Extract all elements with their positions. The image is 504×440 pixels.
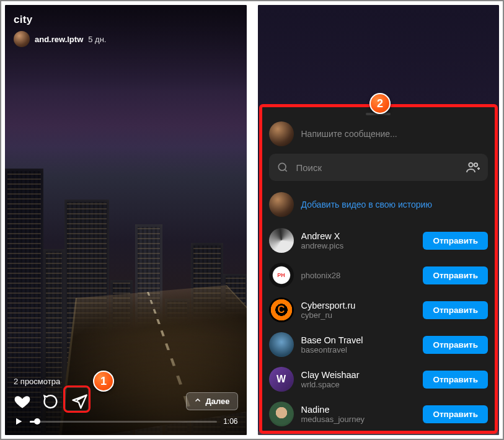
search-bar[interactable]: Поиск: [269, 154, 489, 181]
avatar[interactable]: [269, 332, 294, 357]
video-title: city: [14, 14, 106, 26]
send-button[interactable]: Отправить: [423, 405, 488, 423]
send-button[interactable]: Отправить: [423, 266, 488, 284]
send-button[interactable]: Отправить: [423, 336, 488, 354]
list-item: Base On Travel baseontravel Отправить: [269, 327, 489, 362]
list-item: КОНКУРСЫ ★ РОЗЫГРЫШИ … Отправить: [269, 431, 489, 433]
avatar[interactable]: [269, 228, 294, 253]
self-avatar: [269, 121, 294, 146]
duration: 1:06: [223, 417, 237, 426]
igtv-panel: city and.rew.lptw 5 дн. 2 просмотра: [5, 5, 247, 435]
contact-name: Andrew X: [301, 231, 416, 241]
story-avatar: [269, 192, 294, 217]
next-button[interactable]: Далее: [186, 392, 237, 410]
progress-bar[interactable]: [30, 421, 217, 423]
add-to-story[interactable]: Добавить видео в свою историю: [269, 187, 489, 223]
send-button[interactable]: Отправить: [423, 371, 488, 389]
post-age: 5 дн.: [88, 35, 106, 44]
search-placeholder: Поиск: [296, 162, 459, 173]
view-count: 2 просмотра: [14, 377, 238, 386]
search-icon: [276, 161, 289, 174]
contact-handle: wrld.space: [301, 380, 416, 389]
contact-handle: cyber_ru: [301, 310, 416, 320]
contact-name: Nadine: [301, 405, 416, 415]
add-group-icon[interactable]: [466, 160, 480, 175]
avatar[interactable]: [269, 367, 294, 392]
poster-avatar[interactable]: [14, 31, 30, 47]
like-icon[interactable]: [14, 393, 31, 410]
list-item: Andrew X andrew.pics Отправить: [269, 223, 489, 258]
step-badge-2: 2: [369, 93, 391, 114]
contact-name: Clay Weishaar: [301, 370, 416, 380]
next-label: Далее: [205, 397, 229, 406]
add-to-story-label: Добавить видео в свою историю: [301, 200, 432, 209]
send-button[interactable]: Отправить: [423, 301, 488, 319]
list-item: Cybersport.ru cyber_ru Отправить: [269, 293, 489, 327]
share-sheet: Напишите сообщение... Поиск Добавить вид…: [260, 107, 497, 433]
chevron-up-icon: [194, 397, 201, 406]
svg-point-2: [474, 163, 477, 166]
avatar[interactable]: [269, 263, 294, 288]
contact-name: Base On Travel: [301, 335, 416, 345]
list-item: Clay Weishaar wrld.space Отправить: [269, 362, 489, 397]
avatar[interactable]: [269, 402, 294, 426]
play-icon[interactable]: [14, 416, 24, 426]
contacts-list: Andrew X andrew.pics Отправить photonix2…: [269, 223, 489, 433]
step-badge-1: 1: [93, 371, 114, 392]
comment-icon[interactable]: [42, 393, 60, 410]
contact-name: Cybersport.ru: [301, 301, 416, 310]
poster-username[interactable]: and.rew.lptw: [35, 35, 83, 44]
list-item: Nadine medusas_journey Отправить: [269, 397, 489, 431]
send-button[interactable]: Отправить: [423, 232, 488, 250]
share-sheet-panel: Напишите сообщение... Поиск Добавить вид…: [258, 5, 500, 435]
highlight-share: [63, 385, 91, 413]
contact-handle: photonix28: [301, 271, 416, 280]
message-input[interactable]: Напишите сообщение...: [301, 129, 489, 139]
contact-handle: andrew.pics: [301, 241, 416, 250]
avatar[interactable]: [269, 297, 294, 322]
list-item: photonix28 Отправить: [269, 258, 489, 293]
contact-handle: baseontravel: [301, 345, 416, 354]
contact-handle: medusas_journey: [301, 415, 416, 424]
svg-point-1: [469, 163, 472, 167]
svg-point-0: [278, 163, 286, 170]
